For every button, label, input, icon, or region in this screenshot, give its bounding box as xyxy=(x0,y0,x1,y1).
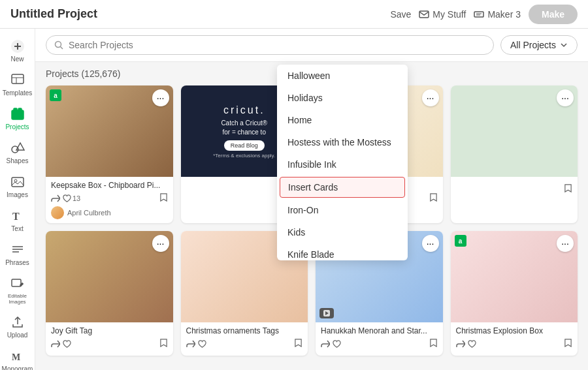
maker-button[interactable]: Maker 3 xyxy=(474,9,521,20)
images-icon xyxy=(10,175,25,189)
heart-icon-5 xyxy=(63,340,71,348)
bookmark-button-6[interactable] xyxy=(294,338,302,350)
sidebar-item-monogram[interactable]: M Monogram xyxy=(0,344,35,370)
card-reindeer-menu[interactable]: ··· xyxy=(422,89,439,106)
card-explosion-actions xyxy=(456,338,573,350)
sidebar-item-new[interactable]: New xyxy=(0,34,35,68)
filter-label: All Projects xyxy=(510,40,556,50)
sidebar-item-text[interactable]: T Text xyxy=(0,204,35,238)
mail-icon xyxy=(419,9,429,20)
svg-rect-1 xyxy=(474,12,483,17)
sidebar-images-label: Images xyxy=(7,191,28,198)
sidebar-templates-label: Templates xyxy=(3,89,33,97)
bookmark-button[interactable] xyxy=(159,193,168,204)
dropdown-item-hostess[interactable]: Hostess with the Mostess xyxy=(277,131,408,153)
dropdown-item-insert-cards[interactable]: Insert Cards xyxy=(280,177,405,198)
card-explosion-menu[interactable]: ··· xyxy=(557,235,574,252)
card-explosion-badge: a xyxy=(455,235,466,247)
filter-dropdown[interactable]: All Projects xyxy=(500,35,578,55)
share-button-5[interactable] xyxy=(51,339,60,348)
card-joy[interactable]: ··· Joy Gift Tag xyxy=(46,231,173,356)
monogram-icon: M xyxy=(10,349,25,363)
bookmark-button-3[interactable] xyxy=(429,193,438,204)
like-button-8[interactable] xyxy=(468,340,476,348)
dropdown-item-knife-blade[interactable]: Knife Blade xyxy=(277,243,408,260)
svg-rect-7 xyxy=(12,74,24,84)
sidebar-item-projects[interactable]: Projects xyxy=(0,102,35,136)
like-button-6[interactable] xyxy=(198,340,206,348)
bookmark-icon-6 xyxy=(294,339,302,347)
sidebar: New Templates Projects Shapes Images T T… xyxy=(0,29,35,370)
sidebar-item-templates[interactable]: Templates xyxy=(0,68,35,102)
bookmark-icon xyxy=(159,193,168,202)
dropdown-item-kids[interactable]: Kids xyxy=(277,221,408,243)
bookmark-button-5[interactable] xyxy=(159,338,168,350)
make-button[interactable]: Make xyxy=(529,5,578,24)
bookmark-icon-3 xyxy=(429,193,438,202)
svg-rect-0 xyxy=(419,11,429,18)
svg-line-24 xyxy=(61,47,63,50)
sidebar-item-phrases[interactable]: Phrases xyxy=(0,238,35,271)
card-joy-info: Joy Gift Tag xyxy=(46,322,173,356)
svg-point-23 xyxy=(56,42,61,48)
search-box[interactable] xyxy=(46,35,494,55)
svg-text:M: M xyxy=(12,352,20,362)
share-button-8[interactable] xyxy=(456,339,465,348)
sidebar-new-label: New xyxy=(10,55,24,63)
plus-icon xyxy=(10,39,25,54)
cricut-disclaimer: *Terms & exclusions apply. xyxy=(213,153,275,159)
maker-icon xyxy=(474,9,484,20)
text-icon: T xyxy=(10,209,25,223)
bookmark-button-8[interactable] xyxy=(564,338,572,350)
templates-icon xyxy=(10,73,25,87)
dropdown-item-home[interactable]: Home xyxy=(277,109,408,131)
card-blank-info xyxy=(451,177,578,201)
sidebar-item-editable-images[interactable]: Editable Images xyxy=(0,271,35,310)
card-explosion[interactable]: a ··· Christmas Explosion Box xyxy=(451,231,578,356)
dropdown-item-holidays[interactable]: Holidays xyxy=(277,87,408,109)
cricut-logo: cricut. xyxy=(223,104,265,116)
sidebar-editable-images-label: Editable Images xyxy=(3,293,32,305)
card-keepsake-menu[interactable]: ··· xyxy=(152,89,169,106)
sidebar-item-upload[interactable]: Upload xyxy=(0,310,35,344)
phrases-icon xyxy=(10,243,25,257)
dropdown-item-iron-on[interactable]: Iron-On xyxy=(277,199,408,221)
upload-icon xyxy=(10,315,25,330)
svg-rect-12 xyxy=(18,108,22,111)
sidebar-projects-label: Projects xyxy=(5,123,29,131)
project-title: Untitled Project xyxy=(10,7,97,21)
card-joy-menu[interactable]: ··· xyxy=(152,235,169,252)
bookmark-button-4[interactable] xyxy=(564,183,572,195)
share-button-7[interactable] xyxy=(321,339,330,348)
heart-icon-6 xyxy=(198,340,206,348)
sidebar-item-shapes[interactable]: Shapes xyxy=(0,136,35,170)
svg-rect-10 xyxy=(12,110,24,119)
sidebar-shapes-label: Shapes xyxy=(7,157,29,164)
card-blank[interactable]: ··· xyxy=(451,85,578,223)
like-button-7[interactable] xyxy=(333,340,341,348)
search-input[interactable] xyxy=(69,40,485,50)
share-icon-6 xyxy=(186,339,195,348)
cricut-read-blog-button[interactable]: Read Blog xyxy=(224,140,265,151)
card-keepsake[interactable]: a ··· Keepsake Box - Chipboard Pi... 13 xyxy=(46,85,173,223)
bookmark-button-7[interactable] xyxy=(429,338,438,350)
sidebar-item-images[interactable]: Images xyxy=(0,170,35,204)
dropdown-item-infusible[interactable]: Infusible Ink xyxy=(277,153,408,176)
save-button[interactable]: Save xyxy=(390,9,411,20)
card-menorah-menu[interactable]: ··· xyxy=(422,235,439,252)
card-keepsake-badge: a xyxy=(50,89,61,101)
share-button[interactable] xyxy=(51,194,60,203)
share-button-6[interactable] xyxy=(186,339,195,348)
dropdown-item-halloween[interactable]: Halloween xyxy=(277,65,408,87)
sidebar-upload-label: Upload xyxy=(7,331,28,339)
like-button-5[interactable] xyxy=(63,340,71,348)
like-button[interactable]: 13 xyxy=(63,194,80,203)
my-stuff-button[interactable]: My Stuff xyxy=(419,9,466,20)
card-blank-actions xyxy=(456,183,573,195)
card-menorah-title: Hanukkah Menorah and Star... xyxy=(321,326,438,335)
svg-text:T: T xyxy=(12,211,20,222)
card-menorah-actions xyxy=(321,338,438,350)
bookmark-icon-4 xyxy=(564,184,572,193)
dropdown-scroll: Halloween Holidays Home Hostess with the… xyxy=(277,65,408,260)
card-blank-menu[interactable]: ··· xyxy=(557,89,574,106)
